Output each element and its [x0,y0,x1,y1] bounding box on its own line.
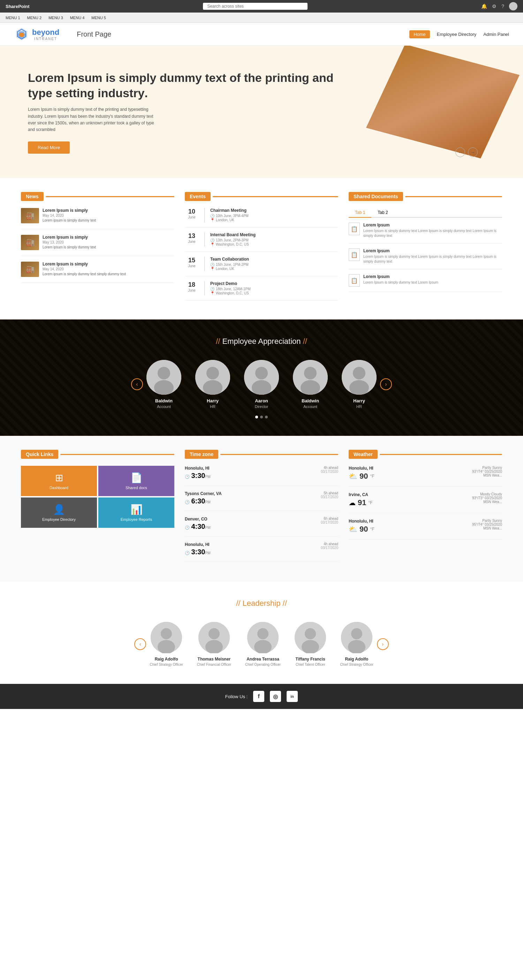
svg-point-5 [158,367,170,379]
ql-employee-directory[interactable]: 👤 Employee Directory [21,498,97,528]
weather-item-3: Honolulu, HI ⛅ 90 °F Partly Sunny 95°/74… [349,519,502,539]
quicklinks-grid: ⊞ Dashboard 📄 Shared docs 👤 Employee Dir… [21,466,174,528]
news-content-2: Lorem Ipsum is simply May 13, 2020 Lorem… [43,235,174,250]
leadership-next-button[interactable]: › [377,638,389,650]
appreciation-next-button[interactable]: › [380,379,392,390]
event-item-3: 15 June Team Collaboration 🕐15th June, 1… [185,257,338,276]
leader-name-1: Raig Adolfo [150,657,183,662]
menu-item-1[interactable]: MENU 1 [6,16,20,20]
menu-item-3[interactable]: MENU 3 [48,16,63,20]
event-details-2: Internal Board Meeting 🕐13th June, 2PM-3… [210,232,338,247]
svg-point-12 [252,380,271,395]
nav-admin-panel[interactable]: Admin Panel [483,32,509,37]
quick-links-header: Quick Links [21,450,174,459]
tab-1[interactable]: Tab 1 [349,208,372,218]
tz-left-2: Tysons Corner, VA 🕐 6:30PM [185,491,222,505]
doc-item-3: 📋 Lorem Ipsum Lorem Ipsum is simply dumm… [349,274,502,292]
timezone-section: Time zone Honolulu, HI 🕐 3:30PM 4h ahead… [185,450,338,568]
leader-avatar-5 [341,622,372,653]
leadership-members: Raig Adolfo Chief Strategy Officer Thoma… [150,622,373,667]
hero-next-button[interactable]: → [468,147,478,157]
svg-point-29 [305,628,316,639]
tz-city-2: Tysons Corner, VA [185,491,222,496]
leader-name-3: Andrea Terrassa [245,657,281,662]
leader-avatar-3 [247,622,279,653]
leadership-prev-button[interactable]: ‹ [134,638,146,650]
carousel-dot-3[interactable] [265,415,268,418]
emp-role-2: HR [195,404,230,409]
hero-section: Lorem Ipsum is simply dummy text of the … [0,46,523,178]
appreciation-prev-button[interactable]: ‹ [131,379,143,390]
news-thumb-3: 🏭 [21,262,39,277]
topbar-icons: 🔔 ⚙ ? [481,2,517,10]
menu-item-4[interactable]: MENU 4 [70,16,85,20]
nav-home[interactable]: Home [409,30,430,38]
news-excerpt-3: Lorem ipsum is simply dummy text simply … [43,272,174,276]
timezone-header: Time zone [185,450,338,459]
nav-employee-directory[interactable]: Employee Directory [437,32,476,37]
svg-point-14 [304,367,317,379]
emp-name-4: Baldwin [293,398,328,403]
shared-docs-tabs: Tab 1 Tab 2 [349,208,502,218]
carousel-dot-2[interactable] [260,415,263,418]
appreciation-section: Employee Appreciation ‹ Baldwin Account [0,320,523,436]
event-date-1: 10 June [185,208,199,222]
ql-dashboard[interactable]: ⊞ Dashboard [21,466,97,496]
sharepoint-brand: SharePoint [6,4,30,9]
event-divider [204,232,205,247]
ql-reports-label: Employee Reports [121,517,152,522]
ql-shared-docs[interactable]: 📄 Shared docs [98,466,174,496]
emp-name-2: Harry [195,398,230,403]
leader-name-2: Thomas Meisner [197,657,231,662]
event-divider [204,257,205,271]
carousel-dot-1[interactable] [255,415,258,418]
menubar: MENU 1 MENU 2 MENU 3 MENU 4 MENU 5 [0,13,523,23]
emp-avatar-4 [293,360,328,395]
topbar: SharePoint 🔔 ⚙ ? [0,0,523,13]
leader-name-4: Tiffany Francis [295,657,326,662]
logo-sub: INTRANET [32,37,59,41]
quick-links-header-line [60,454,174,455]
weather-badge: Weather [349,450,378,459]
menu-item-5[interactable]: MENU 5 [91,16,106,20]
gear-icon[interactable]: ⚙ [492,3,496,9]
news-badge: News [21,192,43,201]
ql-employee-reports[interactable]: 📊 Employee Reports [98,498,174,528]
avatar[interactable] [509,2,517,10]
leader-card-5: Raig Adolfo Chief Strategy Officer [340,622,373,667]
appreciation-title: Employee Appreciation [14,337,509,346]
leadership-carousel: ‹ Raig Adolfo Chief Strategy Officer [14,622,509,667]
leader-avatar-4 [295,622,326,653]
footer-follow: Follow Us : f ◎ in [7,691,516,702]
facebook-button[interactable]: f [253,691,264,702]
logo-icon [14,27,29,42]
emp-name-3: Aaron [244,398,279,403]
timezone-header-line [220,454,338,455]
emp-card-5: Harry HR [342,360,376,409]
leader-role-2: Chief Financial Officer [197,663,231,667]
bell-icon[interactable]: 🔔 [481,3,487,9]
event-details-4: Project Demo 🕐18th June, 12AM-1PM 📍Washi… [210,281,338,296]
weather-header-line [380,454,502,455]
linkedin-button[interactable]: in [287,691,298,702]
svg-point-15 [301,380,320,395]
read-more-button[interactable]: Read More [28,142,70,154]
hero-prev-button[interactable]: ← [455,147,465,157]
menu-item-2[interactable]: MENU 2 [27,16,42,20]
search-input[interactable] [203,3,308,10]
doc-desc-2: Lorem Ipsum is simply dummy text Lorem I… [363,254,502,264]
doc-content-1: Lorem Ipsum Lorem Ipsum is simply dummy … [363,223,502,238]
help-icon[interactable]: ? [501,3,504,9]
emp-name-5: Harry [342,398,376,403]
directory-icon: 👤 [53,504,65,515]
emp-name-1: Baldwin [147,398,181,403]
instagram-button[interactable]: ◎ [270,691,281,702]
tz-right-4: 4h ahead 03/17/2020 [321,542,338,550]
weather-header: Weather [349,450,502,459]
tab-2[interactable]: Tab 2 [372,208,394,218]
tz-left-3: Denver, CO 🕐 4:30PM [185,517,210,531]
quick-links-badge: Quick Links [21,450,58,459]
news-thumb-2: 🏭 [21,235,39,250]
news-content-3: Lorem Ipsum is simply May 14, 2020 Lorem… [43,262,174,277]
events-badge: Events [185,192,210,201]
